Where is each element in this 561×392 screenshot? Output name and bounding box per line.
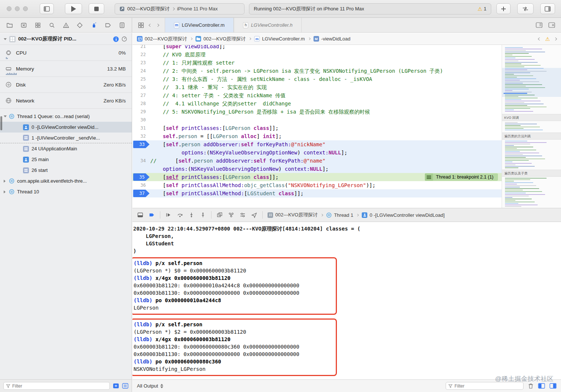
back-icon[interactable] [149,23,152,26]
add-editor-icon[interactable] [548,22,555,28]
editor-tab[interactable]: hLGViewController.h [234,18,302,32]
line-number[interactable] [132,148,150,157]
scheme-project[interactable]: 002---KVO原理探讨 [127,6,170,12]
report-navigator-icon[interactable] [118,21,127,30]
project-navigator-icon[interactable] [5,21,14,30]
find-navigator-icon[interactable] [47,21,56,30]
test-navigator-icon[interactable] [75,21,84,30]
stack-frame-row[interactable]: 0 -[LGViewController viewDid... [0,122,132,133]
gauge-icon[interactable] [121,36,127,42]
breakpoint-navigator-icon[interactable] [104,21,112,30]
scheme-device[interactable]: iPhone 11 Pro Max [177,6,218,12]
debug-navigator-icon[interactable] [89,21,98,30]
code-line[interactable]: 25 // 3: 有什么东西 - 方法 - 属性 setNickName - c… [132,75,502,83]
code-line[interactable]: 29 // 5: NSKVONotifying_LGPerson 是否移除 + … [132,108,502,116]
stop-button[interactable] [89,3,104,14]
editor-mode-button[interactable] [517,3,534,14]
disclosure-icon[interactable] [4,115,7,117]
minimap[interactable]: KVO 回调 遍历类的方法列表 遍历类以及子类 [502,45,561,208]
jumpbar-crumb[interactable]: mLGViewController.m [254,36,305,42]
line-number[interactable]: 28 [132,99,150,108]
symbol-navigator-icon[interactable] [33,21,42,30]
console-area[interactable]: 2020-10-29 22:10:44.529077+0800 002---KV… [132,222,561,379]
gauge-row-memory[interactable]: Memory13.2 MB [0,61,132,77]
code-line[interactable]: 31 [self printClasses:[LGPerson class]]; [132,124,502,132]
thread-row[interactable]: Thread 1 Queue: co...read (serial) [0,111,132,122]
line-number[interactable]: 26 [132,83,150,91]
flatten-stack-icon[interactable] [122,383,128,389]
debug-crumb[interactable]: 002---KVO原理探讨 [268,212,318,218]
minimize-window-button[interactable] [15,6,20,11]
simulate-location-icon[interactable] [251,212,257,218]
close-window-button[interactable] [7,6,12,11]
line-number[interactable]: 36 [132,181,150,189]
debug-crumb[interactable]: Thread 1 [326,212,353,218]
scroll-indicator[interactable] [0,116,2,130]
navigator-filter-field[interactable] [3,382,110,390]
source-control-icon[interactable] [19,21,28,30]
output-scope-select[interactable]: All Output [137,383,163,389]
code-line[interactable]: 27 // 4: setter 子类 - 父类改变 nickName 传值 [132,91,502,99]
line-number[interactable] [132,165,150,173]
debug-crumb[interactable]: 0 -[LGViewController viewDidLoad] [362,212,444,218]
line-number[interactable]: 31 [132,124,150,132]
run-button[interactable] [65,3,82,14]
gauge-row-cpu[interactable]: CPU0% [0,45,132,61]
line-number[interactable]: 25 [132,75,150,83]
show-variables-view-icon[interactable] [538,383,545,389]
filter-running-icon[interactable] [113,383,119,389]
code-line[interactable]: 24 // 2: 中间类 - self.person -> LGPerson i… [132,67,502,75]
clear-console-icon[interactable] [528,383,534,389]
code-line[interactable]: 26 // 3.1 继承 - 重写 - 实实在在的 实现 [132,83,502,91]
navigator-filter-input[interactable] [12,383,107,389]
step-over-icon[interactable] [177,212,183,218]
show-console-only-icon[interactable] [549,383,557,389]
code-line[interactable]: options:(NSKeyValueObservingOptionNew) c… [132,148,502,157]
stack-frame-row[interactable]: 26 start [0,165,132,176]
gauge-row-disk[interactable]: DiskZero KB/s [0,77,132,93]
breakpoint-marker[interactable]: 33 [132,140,150,148]
source-editor[interactable]: 21 [super viewDidLoad];22 // KVO 底层原理23 … [132,45,502,208]
line-number[interactable]: 24 [132,67,150,75]
code-line[interactable]: 37 [self printClassAllMethod:[LGStudent … [132,189,502,197]
stack-frame-row[interactable]: 24 UIApplicationMain [0,143,132,154]
jumpbar-crumb[interactable]: 002---KVO原理探讨 [196,36,246,42]
code-line[interactable]: options:(NSKeyValueObservingOptionNew) c… [132,165,502,173]
issues-badge[interactable]: ⚠ 1 [478,6,486,12]
code-line[interactable]: 34// [self.person addObserver:self forKe… [132,157,502,165]
line-number[interactable]: 32 [132,132,150,140]
info-icon[interactable] [113,36,119,42]
code-line[interactable]: 32 self.person = [[LGPerson alloc] init]… [132,132,502,140]
library-add-button[interactable] [496,3,511,14]
code-line[interactable]: 22 // KVO 底层原理 [132,50,502,59]
line-number[interactable]: 23 [132,59,150,67]
disclosure-icon[interactable] [4,190,6,193]
jumpbar-crumb[interactable]: 002---KVO原理探讨 [137,36,187,42]
process-row[interactable]: 002---KVO原理探讨 PID... [0,33,132,45]
breakpoint-marker[interactable]: 35 [132,173,150,181]
stack-frame-row[interactable]: 25 main [0,154,132,165]
scheme-selector[interactable]: 002---KVO原理探讨 iPhone 11 Pro Max [115,3,245,14]
related-items-icon[interactable] [138,22,144,28]
jumpbar-warning-icon[interactable]: ⚠ [545,36,550,42]
editor-tab[interactable]: mLGViewController.m [165,18,234,32]
line-number[interactable]: 22 [132,50,150,59]
code-line[interactable]: 21 [super viewDidLoad]; [132,45,502,50]
code-line[interactable]: 30 [132,116,502,124]
gauge-row-network[interactable]: NetworkZero KB/s [0,93,132,109]
disclosure-icon[interactable] [4,180,6,183]
thread-row[interactable]: Thread 10 [0,186,132,197]
line-number[interactable]: 21 [132,45,150,50]
line-number[interactable]: 34 [132,157,150,165]
code-line[interactable]: 35 [self printClasses:[LGPerson class]];… [132,173,502,181]
environment-overrides-icon[interactable] [239,212,246,218]
toggle-inspector-button[interactable] [540,3,555,14]
breakpoint-hit-annotation[interactable]: Thread 1: breakpoint 2.1 (1) [425,173,498,181]
code-line[interactable]: 23 // 1: 只对属性观察 setter [132,59,502,67]
line-number[interactable]: 27 [132,91,150,99]
jumpbar-crumb[interactable]: M-viewDidLoad [314,36,351,42]
console-filter-input[interactable] [455,383,521,389]
code-line[interactable]: 36 [self printClassAllMethod:objc_getCla… [132,181,502,189]
memory-graph-icon[interactable] [228,212,234,218]
breakpoint-marker[interactable]: 37 [132,189,150,197]
